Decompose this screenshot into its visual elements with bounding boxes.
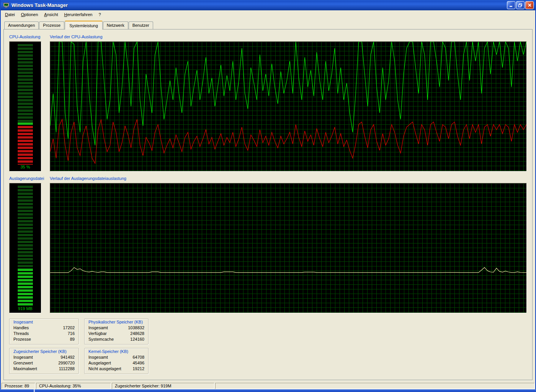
status-processes: Prozesse: 89 xyxy=(2,383,35,389)
commit-charge-caption: Zugesicherter Speicher (KB) xyxy=(13,349,75,354)
screen: Windows Task-Manager Datei Optionen xyxy=(0,0,536,392)
pagefile-usage-value: 919 MB xyxy=(10,306,41,312)
minimize-button[interactable] xyxy=(507,1,515,9)
restore-button[interactable] xyxy=(516,1,525,9)
stat-row: Maximalwert1112288 xyxy=(13,366,75,372)
stat-row: Insgesamt64708 xyxy=(88,354,144,360)
tab-control: Anwendungen Prozesse Systemleistung Netz… xyxy=(1,18,535,382)
status-filler xyxy=(215,383,534,389)
statusbar: Prozesse: 89 CPU-Auslastung: 35% Zugesic… xyxy=(1,382,535,389)
performance-tab-page: CPU-Auslastung 35 % Verlauf der CPU-Ausl… xyxy=(3,29,533,380)
stat-row: Insgesamt941492 xyxy=(13,354,75,360)
menu-herunterfahren[interactable]: Herunterfahren xyxy=(61,11,95,18)
cpu-led-bar xyxy=(18,44,33,165)
menubar: Datei Optionen Ansicht Herunterfahren ? xyxy=(1,10,535,18)
stat-row: Systemcache124160 xyxy=(88,336,144,342)
stat-row: Nicht ausgelagert19212 xyxy=(88,366,144,372)
pagefile-usage-gauge: 919 MB xyxy=(9,183,41,313)
titlebar[interactable]: Windows Task-Manager xyxy=(1,0,535,10)
kernel-memory-group: Kernel-Speicher (KB) Insgesamt64708 Ausg… xyxy=(84,348,149,374)
stat-row: Prozesse89 xyxy=(13,336,75,342)
stat-row: Grenzwert2990720 xyxy=(13,360,75,366)
cpu-gauge-caption: CPU-Auslastung xyxy=(9,34,41,40)
pagefile-history-caption: Verlauf der Auslagerungsdateiauslastung xyxy=(50,176,527,181)
pagefile-section: Auslagerungsdatei 919 MB Verlauf der Aus… xyxy=(9,176,527,313)
tab-prozesse[interactable]: Prozesse xyxy=(39,21,64,29)
tab-anwendungen[interactable]: Anwendungen xyxy=(4,21,39,29)
cpu-history-graph xyxy=(50,41,527,172)
cpu-usage-gauge: 35 % xyxy=(9,41,41,172)
close-icon xyxy=(528,3,532,7)
window-title: Windows Task-Manager xyxy=(11,2,507,8)
stat-row: Verfügbar248628 xyxy=(88,331,144,336)
stat-row: Threads716 xyxy=(13,331,75,336)
cpu-usage-value: 35 % xyxy=(10,165,41,170)
physical-memory-caption: Physikalischer Speicher (KB) xyxy=(88,320,144,324)
stats-grid: Insgesamt Handles17202 Threads716 Prozes… xyxy=(9,318,155,374)
pagefile-history-graph xyxy=(50,183,527,313)
taskbar-edge[interactable] xyxy=(0,389,536,392)
task-manager-window: Windows Task-Manager Datei Optionen xyxy=(0,0,536,389)
tab-netzwerk[interactable]: Netzwerk xyxy=(103,21,128,29)
window-controls xyxy=(507,1,534,9)
stat-row: Insgesamt1038832 xyxy=(88,325,144,331)
status-cpu-usage: CPU-Auslastung: 35% xyxy=(36,383,111,389)
stat-row: Handles17202 xyxy=(13,325,75,331)
stat-row: Ausgelagert45496 xyxy=(88,360,144,366)
physical-memory-group: Physikalischer Speicher (KB) Insgesamt10… xyxy=(84,318,149,345)
commit-charge-group: Zugesicherter Speicher (KB) Insgesamt941… xyxy=(9,348,79,374)
pagefile-led-bar xyxy=(18,186,33,306)
menu-hilfe[interactable]: ? xyxy=(95,11,104,18)
totals-caption: Insgesamt xyxy=(13,320,75,324)
close-button[interactable] xyxy=(525,1,534,9)
menu-datei[interactable]: Datei xyxy=(2,11,18,18)
totals-group: Insgesamt Handles17202 Threads716 Prozes… xyxy=(9,318,79,345)
menu-optionen[interactable]: Optionen xyxy=(18,11,41,18)
tab-strip: Anwendungen Prozesse Systemleistung Netz… xyxy=(3,21,533,29)
cpu-section: CPU-Auslastung 35 % Verlauf der CPU-Ausl… xyxy=(9,34,527,172)
tab-benutzer[interactable]: Benutzer xyxy=(129,21,153,29)
menu-ansicht[interactable]: Ansicht xyxy=(41,11,61,18)
app-icon xyxy=(3,2,10,8)
tab-systemleistung[interactable]: Systemleistung xyxy=(65,21,103,29)
restore-icon xyxy=(518,3,523,7)
pagefile-gauge-caption: Auslagerungsdatei xyxy=(9,176,41,181)
status-commit-charge: Zugesicherter Speicher: 919M xyxy=(112,383,214,389)
kernel-memory-caption: Kernel-Speicher (KB) xyxy=(88,349,144,354)
minimize-icon xyxy=(509,3,513,7)
cpu-history-caption: Verlauf der CPU-Auslastung xyxy=(50,34,527,40)
